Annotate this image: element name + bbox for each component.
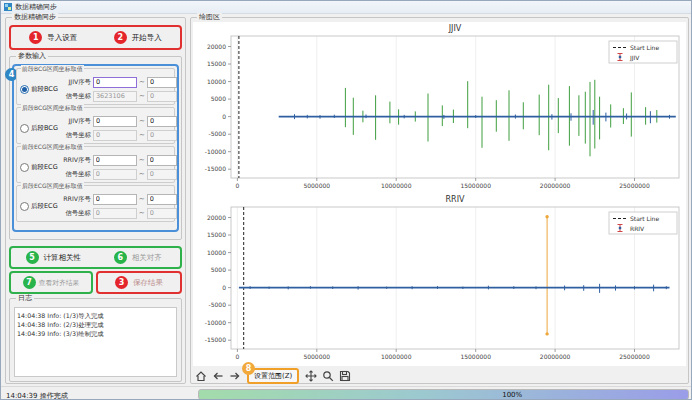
param-group-title: 后段BCG区间坐标取值 bbox=[21, 104, 84, 112]
rear-bcg-radio[interactable] bbox=[20, 124, 29, 133]
tilde: ~ bbox=[139, 131, 145, 139]
param-group-title: 前段ECG区间坐标取值 bbox=[21, 143, 84, 151]
signal-coord-from-input bbox=[93, 169, 137, 180]
signal-coord-to-input bbox=[147, 130, 177, 141]
svg-text:Start Line: Start Line bbox=[630, 44, 659, 51]
badge-6: 6 bbox=[114, 251, 127, 264]
row-label: 信号坐标 bbox=[58, 131, 91, 140]
calc-correlation-label: 计算相关性 bbox=[44, 253, 82, 263]
log-line: 14:04:38 Info: (2/3)处理完成 bbox=[17, 320, 174, 329]
back-icon[interactable] bbox=[211, 369, 225, 383]
param-group-front-bcg: 前段BCG区间坐标取值 前段BCG JJIV序号~ 信号坐标~ bbox=[16, 68, 175, 105]
signal-coord-from-input bbox=[93, 91, 137, 102]
jjiv-chart: JJIV050000001000000015000000200000002500… bbox=[195, 22, 684, 196]
jjiv-index-from-input[interactable] bbox=[93, 116, 137, 127]
front-ecg-radio-label: 前段ECG bbox=[31, 163, 58, 172]
svg-text:-5000: -5000 bbox=[209, 130, 227, 137]
row-label: RRIV序号 bbox=[58, 156, 91, 165]
jjiv-index-from-input[interactable] bbox=[93, 77, 137, 88]
home-icon[interactable] bbox=[194, 369, 208, 383]
signal-coord-from-input bbox=[93, 208, 137, 219]
row-label: JJIV序号 bbox=[58, 117, 91, 126]
param-input-title: 参数输入 bbox=[16, 52, 48, 61]
rriv-index-to-input[interactable] bbox=[147, 194, 177, 205]
log-line: 14:04:39 Info: (3/3)绘制完成 bbox=[17, 329, 174, 338]
param-group-title: 前段BCG区间坐标取值 bbox=[21, 65, 84, 73]
svg-text:15000: 15000 bbox=[207, 60, 226, 67]
svg-text:-10000: -10000 bbox=[205, 319, 226, 326]
zoom-icon[interactable] bbox=[321, 369, 335, 383]
app-window: { "window": { "title": "数据精确同步", "status… bbox=[0, 0, 692, 400]
svg-text:0: 0 bbox=[222, 284, 226, 291]
svg-text:JJIV: JJIV bbox=[448, 24, 462, 33]
row-label: RRIV序号 bbox=[58, 195, 91, 204]
status-bar: 14:04:39 操作完成 100% bbox=[1, 386, 691, 400]
svg-text:RRIV: RRIV bbox=[630, 225, 645, 232]
param-group-rear-ecg: 后段ECG区间坐标取值 后段ECG RRIV序号~ 信号坐标~ bbox=[16, 185, 175, 222]
app-icon bbox=[4, 3, 12, 11]
forward-icon[interactable] bbox=[228, 369, 242, 383]
correlation-align-button[interactable]: 6 相关对齐 bbox=[96, 248, 181, 267]
svg-text:0: 0 bbox=[222, 113, 226, 120]
tilde: ~ bbox=[139, 78, 145, 86]
plot-panel: 绘图区 JJIV05000000100000001500000020000000… bbox=[190, 17, 689, 384]
badge-1: 1 bbox=[29, 31, 42, 44]
badge-8: 8 bbox=[242, 362, 255, 375]
rear-ecg-radio[interactable] bbox=[20, 202, 29, 211]
view-align-result-button[interactable]: 7 查看对齐结果 bbox=[11, 273, 91, 292]
svg-text:5000000: 5000000 bbox=[303, 353, 330, 360]
param-input-group: 参数输入 4 前段BCG区间坐标取值 前段BCG JJIV序号~ 信号坐标~ 后… bbox=[9, 56, 182, 240]
log-area[interactable]: 14:04:38 Info: (1/3)导入完成 14:04:38 Info: … bbox=[14, 307, 177, 377]
svg-text:20000: 20000 bbox=[207, 43, 226, 50]
save-icon[interactable] bbox=[338, 369, 352, 383]
row-label: 信号坐标 bbox=[58, 92, 91, 101]
front-ecg-radio[interactable] bbox=[20, 163, 29, 172]
jjiv-index-to-input[interactable] bbox=[147, 116, 177, 127]
log-line: 14:04:38 Info: (1/3)导入完成 bbox=[17, 311, 174, 320]
start-import-button[interactable]: 2 开始导入 bbox=[96, 27, 181, 48]
svg-text:-15000: -15000 bbox=[205, 336, 226, 343]
matplotlib-toolbar: 8 设置范围(Z) bbox=[193, 367, 352, 384]
rriv-index-from-input[interactable] bbox=[93, 194, 137, 205]
correlation-annotation-box: 5 计算相关性 6 相关对齐 bbox=[9, 246, 182, 269]
svg-text:25000000: 25000000 bbox=[619, 353, 650, 360]
save-result-label: 保存结果 bbox=[133, 278, 163, 288]
rriv-chart: RRIV050000001000000015000000200000002500… bbox=[195, 193, 684, 367]
signal-coord-to-input bbox=[147, 208, 177, 219]
tilde: ~ bbox=[139, 156, 145, 164]
svg-text:20000000: 20000000 bbox=[540, 353, 571, 360]
tilde: ~ bbox=[139, 209, 145, 217]
badge-7: 7 bbox=[23, 276, 36, 289]
figure-canvas[interactable]: JJIV050000001000000015000000200000002500… bbox=[193, 22, 686, 366]
calc-correlation-button[interactable]: 5 计算相关性 bbox=[11, 248, 96, 267]
svg-text:RRIV: RRIV bbox=[446, 195, 465, 204]
param-group-front-ecg: 前段ECG区间坐标取值 前段ECG RRIV序号~ 信号坐标~ bbox=[16, 146, 175, 183]
progress-bar: 100% bbox=[198, 389, 689, 400]
sync-panel: 数据精确同步 1 导入设置 2 开始导入 参数输入 4 前段BCG区间坐标取值 … bbox=[5, 17, 186, 384]
svg-text:0: 0 bbox=[235, 182, 239, 189]
rriv-index-to-input[interactable] bbox=[147, 155, 177, 166]
jjiv-index-to-input[interactable] bbox=[147, 77, 177, 88]
row-label: JJIV序号 bbox=[58, 78, 91, 87]
set-range-button[interactable]: 8 设置范围(Z) bbox=[247, 368, 299, 384]
view-result-annotation-box: 7 查看对齐结果 bbox=[9, 271, 93, 294]
import-settings-button[interactable]: 1 导入设置 bbox=[11, 27, 96, 48]
rear-ecg-radio-label: 后段ECG bbox=[31, 202, 58, 211]
param-annotation-box: 4 前段BCG区间坐标取值 前段BCG JJIV序号~ 信号坐标~ 后段BCG区… bbox=[12, 64, 179, 232]
save-result-button[interactable]: 3 保存结果 bbox=[98, 273, 180, 292]
import-annotation-box: 1 导入设置 2 开始导入 bbox=[9, 25, 182, 50]
front-bcg-radio-label: 前段BCG bbox=[31, 85, 58, 94]
window-title: 数据精确同步 bbox=[15, 2, 57, 12]
tilde: ~ bbox=[139, 117, 145, 125]
start-import-label: 开始导入 bbox=[132, 33, 162, 43]
svg-text:25000000: 25000000 bbox=[619, 182, 650, 189]
front-bcg-radio[interactable] bbox=[20, 85, 29, 94]
rear-bcg-radio-label: 后段BCG bbox=[31, 124, 58, 133]
pan-icon[interactable] bbox=[304, 369, 318, 383]
svg-text:-5000: -5000 bbox=[209, 301, 227, 308]
titlebar: 数据精确同步 bbox=[1, 1, 691, 14]
svg-text:10000: 10000 bbox=[207, 78, 226, 85]
svg-text:15000: 15000 bbox=[207, 231, 226, 238]
rriv-index-from-input[interactable] bbox=[93, 155, 137, 166]
badge-2: 2 bbox=[114, 31, 127, 44]
